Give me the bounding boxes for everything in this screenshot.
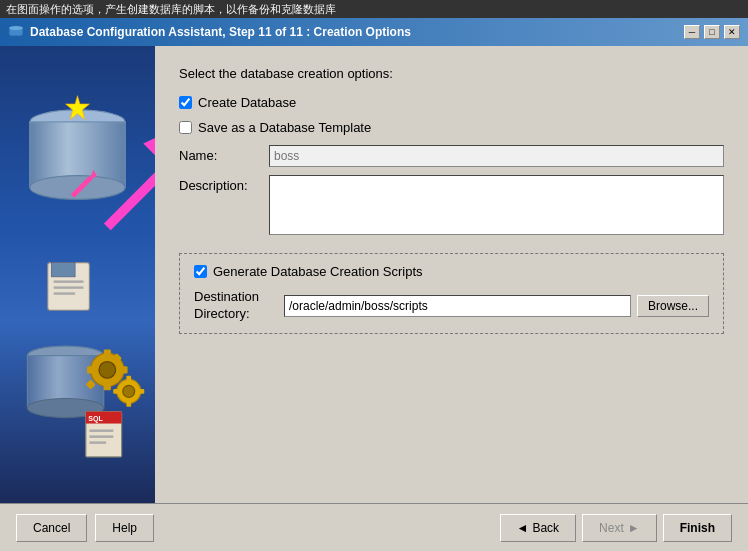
svg-point-4 xyxy=(30,176,125,200)
svg-rect-12 xyxy=(54,280,84,282)
destination-row: DestinationDirectory: Browse... xyxy=(194,289,709,323)
back-button[interactable]: ◄ Back xyxy=(500,514,577,542)
main-window: Database Configuration Assistant, Step 1… xyxy=(0,18,748,551)
save-template-checkbox[interactable] xyxy=(179,121,192,134)
destination-input[interactable] xyxy=(284,295,631,317)
section-label: Select the database creation options: xyxy=(179,66,724,81)
right-panel: Select the database creation options: Cr… xyxy=(155,46,748,503)
svg-rect-29 xyxy=(126,401,131,407)
help-button[interactable]: Help xyxy=(95,514,154,542)
svg-point-27 xyxy=(123,385,135,397)
top-bar: 在图面操作的选项，产生创建数据库的脚本，以作备份和克隆数据库 xyxy=(0,0,748,18)
maximize-button[interactable]: □ xyxy=(704,25,720,39)
content-area: SQL Select the database creation options… xyxy=(0,46,748,503)
svg-rect-14 xyxy=(54,292,75,294)
title-bar: Database Configuration Assistant, Step 1… xyxy=(0,18,748,46)
svg-rect-13 xyxy=(54,286,84,288)
create-db-checkbox[interactable] xyxy=(179,96,192,109)
svg-rect-23 xyxy=(87,366,94,373)
generate-scripts-label[interactable]: Generate Database Creation Scripts xyxy=(213,264,423,279)
svg-rect-21 xyxy=(104,383,111,390)
left-panel: SQL xyxy=(0,46,155,503)
title-bar-left: Database Configuration Assistant, Step 1… xyxy=(8,24,411,40)
svg-point-19 xyxy=(99,362,116,379)
name-input[interactable] xyxy=(269,145,724,167)
top-bar-text: 在图面操作的选项，产生创建数据库的脚本，以作备份和克隆数据库 xyxy=(6,2,336,17)
save-template-row: Save as a Database Template xyxy=(179,120,724,135)
back-arrow-icon: ◄ xyxy=(517,521,529,535)
svg-rect-36 xyxy=(89,435,113,437)
svg-rect-31 xyxy=(113,389,119,394)
description-textarea[interactable] xyxy=(269,175,724,235)
name-label: Name: xyxy=(179,145,269,163)
generate-scripts-checkbox[interactable] xyxy=(194,265,207,278)
finish-button[interactable]: Finish xyxy=(663,514,732,542)
svg-rect-37 xyxy=(89,441,106,443)
next-button[interactable]: Next ► xyxy=(582,514,657,542)
svg-point-1 xyxy=(9,26,23,30)
cancel-button[interactable]: Cancel xyxy=(16,514,87,542)
svg-rect-30 xyxy=(138,389,144,394)
app-icon xyxy=(8,24,24,40)
name-field-group: Name: xyxy=(179,145,724,167)
close-button[interactable]: ✕ xyxy=(724,25,740,39)
window-title: Database Configuration Assistant, Step 1… xyxy=(30,25,411,39)
bottom-right-buttons: ◄ Back Next ► Finish xyxy=(500,514,733,542)
svg-rect-22 xyxy=(120,366,127,373)
db-illustration: SQL xyxy=(0,46,155,503)
title-bar-controls: ─ □ ✕ xyxy=(684,25,740,39)
svg-rect-20 xyxy=(104,350,111,357)
generate-scripts-row: Generate Database Creation Scripts xyxy=(194,264,709,279)
description-field-group: Description: xyxy=(179,175,724,235)
destination-label: DestinationDirectory: xyxy=(194,289,284,323)
description-label: Description: xyxy=(179,175,269,193)
next-arrow-icon: ► xyxy=(628,521,640,535)
minimize-button[interactable]: ─ xyxy=(684,25,700,39)
create-db-row: Create Database xyxy=(179,95,724,110)
bottom-left-buttons: Cancel Help xyxy=(16,514,154,542)
browse-button[interactable]: Browse... xyxy=(637,295,709,317)
svg-text:SQL: SQL xyxy=(88,415,103,423)
back-label: Back xyxy=(532,521,559,535)
svg-rect-35 xyxy=(89,430,113,432)
save-template-label[interactable]: Save as a Database Template xyxy=(198,120,371,135)
svg-rect-28 xyxy=(126,376,131,382)
next-label: Next xyxy=(599,521,624,535)
bottom-bar: Cancel Help ◄ Back Next ► Finish xyxy=(0,503,748,551)
scripts-group: Generate Database Creation Scripts Desti… xyxy=(179,253,724,334)
create-db-label[interactable]: Create Database xyxy=(198,95,296,110)
svg-rect-11 xyxy=(51,263,75,277)
